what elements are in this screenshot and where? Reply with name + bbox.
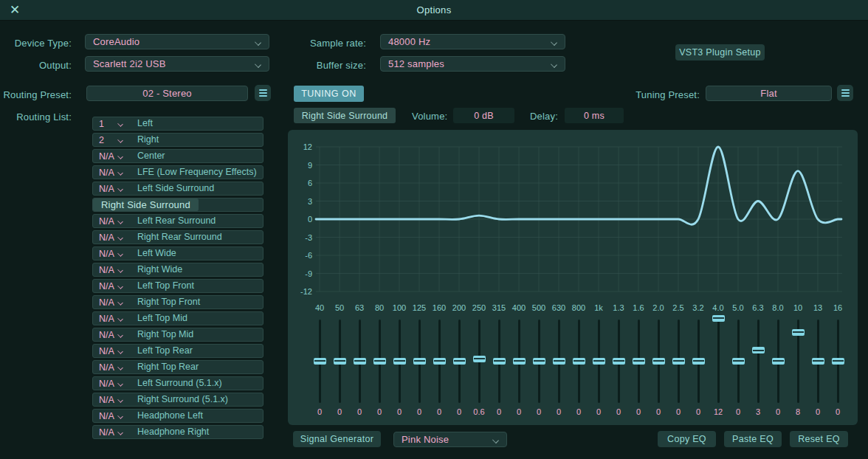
channel-number-select[interactable]: N/A	[93, 346, 118, 356]
eq-band-slider-handle[interactable]	[652, 358, 665, 365]
eq-band-slider-handle[interactable]	[772, 358, 785, 365]
noise-type-select[interactable]: Pink Noise	[393, 432, 507, 447]
eq-band-slider-handle[interactable]	[732, 358, 745, 365]
routing-preset-menu-button[interactable]	[255, 85, 271, 101]
channel-number-select[interactable]: N/A	[93, 330, 118, 340]
tuning-preset-select[interactable]: Flat	[706, 86, 832, 101]
channel-name[interactable]: Left Top Rear	[130, 345, 262, 357]
channel-name[interactable]: Right Top Front	[130, 296, 262, 308]
channel-number-select[interactable]: N/A	[93, 265, 118, 275]
eq-band-slider-handle[interactable]	[792, 329, 805, 336]
tuning-on-button[interactable]: TUNING ON	[294, 86, 364, 102]
eq-band-slider-handle[interactable]	[672, 358, 685, 365]
device-type-select[interactable]: CoreAudio	[85, 34, 269, 49]
channel-number-select[interactable]: N/A	[93, 427, 118, 438]
eq-band-slider-handle[interactable]	[633, 358, 645, 365]
tuning-preset-menu-button[interactable]	[837, 85, 853, 101]
paste-eq-button[interactable]: Paste EQ	[724, 431, 782, 447]
routing-row[interactable]: 2Right	[92, 133, 264, 147]
routing-row[interactable]: N/ARight Rear Surround	[92, 230, 264, 244]
channel-number-select[interactable]: N/A	[93, 168, 118, 178]
routing-row[interactable]: N/ARight Top Mid	[92, 328, 264, 342]
routing-row[interactable]: N/ARight Top Rear	[92, 360, 264, 374]
routing-row[interactable]: N/ALeft Rear Surround	[92, 214, 264, 228]
routing-row[interactable]: N/ARight Wide	[92, 263, 264, 277]
channel-number-select[interactable]: N/A	[93, 232, 118, 243]
channel-name[interactable]: Right Rear Surround	[130, 231, 262, 244]
reset-eq-button[interactable]: Reset EQ	[790, 431, 848, 447]
channel-name[interactable]: Left Top Mid	[130, 312, 262, 325]
eq-band-slider-handle[interactable]	[493, 358, 506, 365]
channel-number-select[interactable]: N/A	[93, 314, 118, 324]
channel-number-select[interactable]: N/A	[93, 297, 118, 308]
channel-name[interactable]: Right	[130, 134, 262, 146]
eq-band-slider-handle[interactable]	[613, 358, 625, 365]
eq-band-slider-handle[interactable]	[553, 358, 565, 365]
copy-eq-button[interactable]: Copy EQ	[658, 431, 716, 447]
routing-row[interactable]: N/ALeft Top Mid	[92, 311, 264, 325]
eq-band-slider-handle[interactable]	[533, 358, 545, 365]
channel-name[interactable]: Right Side Surround	[93, 199, 199, 211]
eq-band-slider-handle[interactable]	[712, 315, 725, 322]
routing-row[interactable]: N/ALFE (Low Frequency Effects)	[92, 165, 264, 179]
eq-band-slider-handle[interactable]	[393, 358, 406, 365]
channel-number-select[interactable]: N/A	[93, 379, 118, 389]
channel-name[interactable]: Left Wide	[130, 247, 262, 260]
eq-band-slider-handle[interactable]	[692, 358, 705, 365]
eq-band-slider-handle[interactable]	[752, 347, 765, 353]
routing-row[interactable]: N/ARight Side Surround	[92, 198, 264, 212]
routing-row[interactable]: N/ALeft Side Surround	[92, 182, 264, 196]
routing-row[interactable]: N/ALeft Top Front	[92, 279, 264, 293]
channel-name[interactable]: Headphone Left	[130, 410, 262, 422]
eq-band-slider-handle[interactable]	[354, 358, 366, 365]
routing-row[interactable]: N/ALeft Surround (5.1.x)	[92, 376, 264, 390]
channel-number-select[interactable]: N/A	[93, 249, 118, 259]
eq-band-slider-handle[interactable]	[334, 358, 346, 365]
signal-generator-button[interactable]: Signal Generator	[293, 431, 381, 447]
vst3-plugin-setup-button[interactable]: VST3 Plugin Setup	[675, 44, 765, 61]
routing-row[interactable]: 1Left	[92, 117, 264, 131]
channel-name[interactable]: Left Top Front	[130, 280, 262, 292]
channel-name[interactable]: Right Surround (5.1.x)	[130, 393, 262, 406]
channel-name[interactable]: Right Top Rear	[130, 361, 262, 373]
channel-name[interactable]: Left Surround (5.1.x)	[130, 377, 262, 390]
routing-row[interactable]: N/AHeadphone Left	[92, 409, 264, 423]
eq-band-slider-track[interactable]	[717, 320, 720, 403]
eq-band-slider-handle[interactable]	[433, 358, 446, 365]
channel-number-select[interactable]: N/A	[93, 151, 118, 162]
output-select[interactable]: Scarlett 2i2 USB	[85, 56, 269, 72]
routing-row[interactable]: N/AHeadphone Right	[92, 425, 264, 439]
routing-preset-select[interactable]: 02 - Stereo	[86, 86, 248, 101]
eq-band-slider-handle[interactable]	[832, 358, 844, 365]
eq-band-slider-handle[interactable]	[513, 358, 526, 365]
channel-name[interactable]: Left Side Surround	[130, 182, 262, 195]
eq-band-slider-track[interactable]	[757, 320, 760, 403]
volume-field[interactable]: 0 dB	[453, 108, 514, 123]
sample-rate-select[interactable]: 48000 Hz	[380, 34, 565, 49]
buffer-size-select[interactable]: 512 samples	[380, 56, 565, 72]
routing-row[interactable]: N/ARight Top Front	[92, 295, 264, 309]
channel-number-select[interactable]: N/A	[93, 411, 118, 421]
routing-row[interactable]: N/ALeft Wide	[92, 246, 264, 260]
routing-row[interactable]: N/ACenter	[92, 149, 264, 163]
channel-name[interactable]: Right Wide	[130, 263, 262, 276]
channel-name[interactable]: Headphone Right	[130, 426, 262, 438]
channel-number-select[interactable]: 2	[93, 135, 118, 145]
channel-number-select[interactable]: 1	[93, 119, 118, 129]
eq-band-slider-handle[interactable]	[573, 358, 585, 365]
channel-name[interactable]: Right Top Mid	[130, 328, 262, 341]
eq-band-slider-handle[interactable]	[314, 358, 326, 365]
channel-number-select[interactable]: N/A	[93, 362, 118, 373]
channel-name[interactable]: Left	[130, 117, 262, 130]
eq-band-slider-handle[interactable]	[373, 358, 386, 365]
eq-band-slider-handle[interactable]	[473, 356, 486, 362]
channel-number-select[interactable]: N/A	[93, 184, 118, 194]
channel-name[interactable]: Left Rear Surround	[130, 215, 262, 227]
channel-number-select[interactable]: N/A	[93, 395, 118, 405]
channel-number-select[interactable]: N/A	[93, 281, 118, 291]
delay-field[interactable]: 0 ms	[565, 108, 624, 123]
eq-band-slider-handle[interactable]	[453, 358, 466, 365]
routing-row[interactable]: N/ARight Surround (5.1.x)	[92, 393, 264, 407]
eq-band-slider-handle[interactable]	[593, 358, 605, 365]
eq-band-slider-handle[interactable]	[413, 358, 426, 365]
